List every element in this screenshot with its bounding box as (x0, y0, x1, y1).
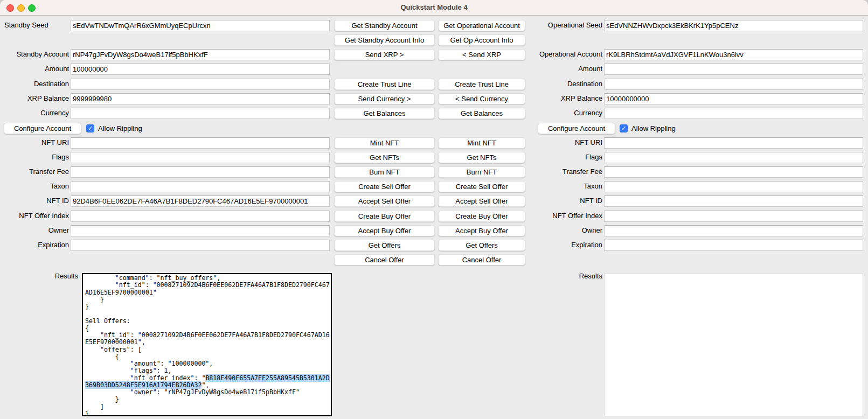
standby-owner-input[interactable] (71, 225, 330, 236)
standby-currency-input[interactable] (71, 108, 330, 119)
get-standby-account-button[interactable]: Get Standby Account (334, 20, 435, 31)
operational-taxon-label: Taxon (485, 182, 602, 191)
standby-destination-label: Destination (0, 80, 69, 88)
operational-seed-input[interactable] (604, 20, 863, 31)
standby-seed-label: Standby Seed (4, 21, 48, 30)
standby-mint-nft-button[interactable]: Mint NFT (334, 137, 435, 149)
standby-transfer-fee-label: Transfer Fee (0, 167, 69, 176)
operational-taxon-input[interactable] (604, 181, 863, 192)
app-window: Quickstart Module 4 Standby Seed Standby… (0, 0, 868, 419)
standby-flags-input[interactable] (71, 152, 330, 163)
operational-flags-label: Flags (485, 153, 602, 162)
get-standby-account-info-button[interactable]: Get Standby Account Info (334, 34, 435, 46)
operational-transfer-fee-input[interactable] (604, 166, 863, 178)
standby-xrp-balance-input[interactable] (71, 93, 330, 104)
standby-xrp-balance-label: XRP Balance (0, 94, 69, 103)
standby-owner-label: Owner (0, 226, 69, 235)
operational-xrp-balance-input[interactable] (604, 93, 863, 104)
standby-cancel-offer-button[interactable]: Cancel Offer (334, 254, 435, 266)
operational-destination-input[interactable] (604, 79, 863, 90)
operational-account-label: Operational Account (485, 50, 602, 59)
operational-results-label: Results (485, 272, 602, 281)
standby-allow-rippling-label: Allow Rippling (98, 124, 142, 133)
standby-results-textarea[interactable]: "command": "nft_buy_offers", "nft_id": "… (82, 273, 332, 416)
standby-amount-input[interactable] (71, 64, 330, 75)
standby-get-offers-button[interactable]: Get Offers (334, 240, 435, 251)
operational-destination-label: Destination (485, 80, 602, 88)
operational-amount-label: Amount (485, 65, 602, 73)
standby-accept-sell-offer-button[interactable]: Accept Sell Offer (334, 195, 435, 207)
standby-nft-offer-index-input[interactable] (71, 211, 330, 222)
operational-nft-uri-label: NFT URI (485, 138, 602, 147)
standby-nft-uri-label: NFT URI (0, 138, 69, 147)
operational-xrp-balance-label: XRP Balance (485, 94, 602, 103)
operational-expiration-input[interactable] (604, 240, 863, 251)
standby-taxon-label: Taxon (0, 182, 69, 191)
standby-account-input[interactable] (71, 49, 330, 60)
standby-nft-uri-input[interactable] (71, 137, 330, 149)
operational-expiration-label: Expiration (485, 241, 602, 249)
standby-burn-nft-button[interactable]: Burn NFT (334, 166, 435, 178)
operational-transfer-fee-label: Transfer Fee (485, 167, 602, 176)
standby-get-balances-button[interactable]: Get Balances (334, 108, 435, 119)
operational-currency-label: Currency (485, 109, 602, 117)
standby-create-trust-line-button[interactable]: Create Trust Line (334, 79, 435, 90)
standby-send-xrp-button[interactable]: Send XRP > (334, 49, 435, 60)
operational-nft-id-input[interactable] (604, 195, 863, 207)
standby-results-text: "command": "nft_buy_offers", "nft_id": "… (85, 275, 331, 416)
titlebar: Quickstart Module 4 (0, 0, 868, 16)
standby-nft-id-label: NFT ID (0, 197, 69, 205)
operational-currency-input[interactable] (604, 108, 863, 119)
operational-nft-offer-index-label: NFT Offer Index (485, 212, 602, 220)
standby-nft-id-input[interactable] (71, 195, 330, 207)
operational-flags-input[interactable] (604, 152, 863, 163)
operational-account-input[interactable] (604, 49, 863, 60)
operational-allow-rippling-checkbox[interactable]: ✓ (620, 124, 628, 132)
operational-nft-id-label: NFT ID (485, 197, 602, 205)
operational-nft-uri-input[interactable] (604, 137, 863, 149)
standby-nft-offer-index-label: NFT Offer Index (0, 212, 69, 220)
standby-currency-label: Currency (0, 109, 69, 117)
operational-results-textarea[interactable] (604, 274, 863, 416)
operational-amount-input[interactable] (604, 64, 863, 75)
standby-results-label: Results (0, 272, 78, 281)
operational-cancel-offer-button[interactable]: Cancel Offer (438, 254, 525, 266)
standby-create-buy-offer-button[interactable]: Create Buy Offer (334, 211, 435, 222)
operational-nft-offer-index-input[interactable] (604, 211, 863, 222)
standby-amount-label: Amount (0, 65, 69, 73)
standby-flags-label: Flags (0, 153, 69, 162)
operational-owner-input[interactable] (604, 225, 863, 236)
operational-seed-label: Operational Seed (485, 21, 602, 30)
standby-account-label: Standby Account (0, 50, 69, 59)
standby-send-currency-button[interactable]: Send Currency > (334, 93, 435, 104)
operational-configure-account-button[interactable]: Configure Account (538, 123, 615, 134)
get-op-account-info-button[interactable]: Get Op Account Info (438, 34, 525, 46)
operational-owner-label: Owner (485, 226, 602, 235)
standby-destination-input[interactable] (71, 79, 330, 90)
operational-allow-rippling-label: Allow Rippling (631, 124, 676, 133)
standby-taxon-input[interactable] (71, 181, 330, 192)
window-title: Quickstart Module 4 (0, 0, 868, 15)
results-text-before-selection: "command": "nft_buy_offers", "nft_id": "… (85, 274, 330, 382)
standby-transfer-fee-input[interactable] (71, 166, 330, 178)
standby-configure-account-button[interactable]: Configure Account (4, 123, 81, 134)
standby-create-sell-offer-button[interactable]: Create Sell Offer (334, 181, 435, 192)
standby-accept-buy-offer-button[interactable]: Accept Buy Offer (334, 225, 435, 236)
standby-expiration-label: Expiration (0, 241, 69, 249)
standby-seed-input[interactable] (71, 20, 330, 31)
standby-expiration-input[interactable] (71, 240, 330, 251)
checkmark-icon: ✓ (86, 124, 94, 132)
checkmark-icon: ✓ (620, 124, 628, 132)
standby-allow-rippling-checkbox[interactable]: ✓ (86, 124, 94, 132)
standby-get-nfts-button[interactable]: Get NFTs (334, 152, 435, 163)
